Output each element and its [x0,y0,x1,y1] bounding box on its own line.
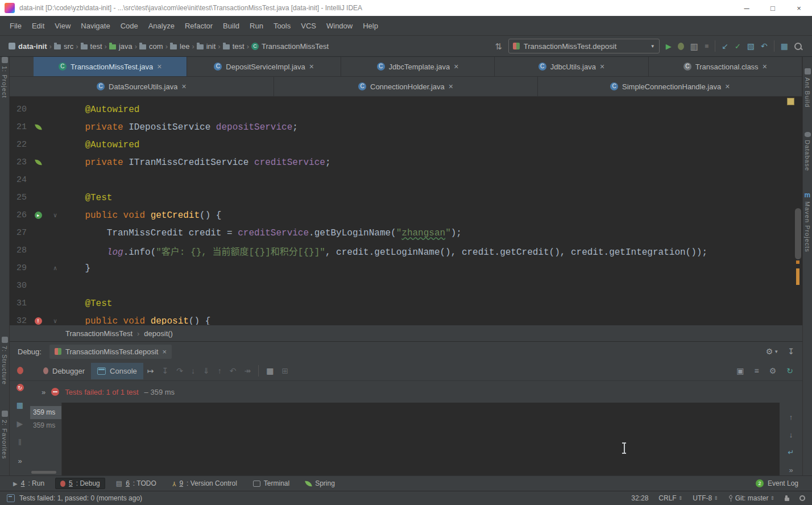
menu-analyze[interactable]: Analyze [143,22,180,30]
tab-TransactionMissTest.java[interactable]: TransactionMissTest.java× [34,57,187,76]
step-into-icon[interactable]: ↓ [187,366,199,375]
failed-test-icon[interactable] [35,317,42,325]
grid-button[interactable]: ▦ [781,42,788,50]
menu-vcs[interactable]: VCS [296,22,321,30]
soft-wrap-icon[interactable]: ↵ [788,448,794,457]
close-tab-icon[interactable]: × [309,62,314,71]
toolwindow-button-database[interactable]: Database [803,132,812,171]
maximize-button[interactable]: □ [760,0,786,16]
run-to-cursor-icon[interactable]: ↠ [240,366,255,375]
close-session-icon[interactable]: × [162,347,167,356]
encoding-selector[interactable]: UTF-8⇕ [693,494,718,502]
toolwindow-button-run[interactable]: 4: Run [8,478,49,489]
search-everywhere-icon[interactable] [794,43,802,50]
breadcrumb-method[interactable]: deposit() [144,329,173,338]
tab-JdbcTemplate.java[interactable]: JdbcTemplate.java× [341,57,495,76]
console-settings-icon[interactable]: ⚙ [769,366,777,375]
breadcrumb-item-com[interactable]: com [138,42,165,51]
warning-stripe-mark[interactable] [796,260,799,264]
tab-ConnectionHolder.java[interactable]: ConnectionHolder.java× [274,77,538,96]
caret-position[interactable]: 32:28 [631,494,648,502]
close-tab-icon[interactable]: × [454,62,458,71]
tab-SimpleConnectionHandle.java[interactable]: SimpleConnectionHandle.java× [538,77,802,96]
show-execution-point-icon[interactable]: ↧ [158,366,173,375]
tab-console[interactable]: Console [91,363,143,379]
test-tree[interactable]: 359 ms359 ms [30,403,61,475]
debug-button[interactable] [678,43,684,50]
tab-DataSourceUtils.java[interactable]: DataSourceUtils.java× [10,77,274,96]
toolbar-updown-icon[interactable]: ⇅ [495,42,502,51]
hide-panel-icon[interactable]: ↧ [788,347,794,356]
breadcrumb-item-java[interactable]: java [107,42,134,51]
test-duration[interactable]: 359 ms [30,419,61,432]
spring-bean-icon[interactable] [35,159,42,165]
breadcrumb-item-test[interactable]: test [221,42,246,51]
close-tab-icon[interactable]: × [181,82,186,91]
git-branch-selector[interactable]: Git: master⇕ [728,494,774,502]
run-configuration-select[interactable]: TransactionMissTest.deposit ▼ [508,39,660,53]
menu-help[interactable]: Help [358,22,383,30]
breadcrumb-item-lee[interactable]: lee [168,42,191,51]
warning-stripe-mark[interactable] [796,268,799,285]
diff-button[interactable]: ▧ [747,42,755,50]
toolwindow-button-structure[interactable]: 7: Structure [0,337,9,385]
close-tab-icon[interactable]: × [763,62,767,71]
stop-button[interactable]: ■ [705,43,709,49]
spring-bean-icon[interactable] [35,123,42,130]
tab-DepositServiceImpl.java[interactable]: DepositServiceImpl.java× [187,57,341,76]
console-output[interactable] [61,403,780,475]
toolwindow-button-favorites[interactable]: 2: Favorites [0,411,9,459]
scroll-down-icon[interactable]: ↓ [789,431,793,439]
toolwindow-button-todo[interactable]: 6: TODO [111,478,161,489]
update-project-button[interactable]: ↙ [722,42,728,50]
menu-navigate[interactable]: Navigate [76,22,115,30]
tab-JdbcUtils.java[interactable]: JdbcUtils.java× [495,57,648,76]
drop-frame-icon[interactable]: ↶ [226,366,241,375]
close-tab-icon[interactable]: × [157,62,161,71]
breadcrumb-class[interactable]: TransactionMissTest [65,329,132,338]
fold-marker[interactable]: ∨ [47,212,63,219]
menu-edit[interactable]: Edit [27,22,49,30]
rerun-failed-tests-icon[interactable] [16,384,24,391]
breadcrumb-item-test[interactable]: test [79,42,104,51]
close-tab-icon[interactable]: × [600,62,604,71]
breadcrumb-item-init[interactable]: init [195,42,218,51]
test-options-icon[interactable]: ▦ [16,401,23,409]
rerun-debug-icon[interactable] [17,367,23,374]
menu-view[interactable]: View [49,22,76,30]
close-button[interactable]: × [786,0,812,16]
mute-breakpoints-icon[interactable]: ⊞ [277,366,292,375]
run-test-icon[interactable] [35,212,42,219]
toolwindow-button-debug[interactable]: 5: Debug [55,478,105,489]
scroll-up-icon[interactable]: ↑ [789,413,793,421]
history-icon[interactable]: ↻ [786,366,793,375]
chevrons-icon[interactable]: » [789,466,793,474]
chevrons-icon[interactable]: » [18,457,22,465]
toolwindow-button-eventlog[interactable]: 2 Event Log [756,479,804,487]
run-button[interactable]: ▶ [666,43,672,50]
menu-run[interactable]: Run [245,22,268,30]
menu-tools[interactable]: Tools [268,22,296,30]
float-mode-icon[interactable]: ▣ [736,366,744,375]
tab-Transactional.class[interactable]: Transactional.class× [649,57,802,76]
close-tab-icon[interactable]: × [725,82,730,91]
toolwindow-button-maven[interactable]: Maven Projects [803,192,812,252]
pause-icon[interactable]: ‖ [14,438,26,447]
restore-layout-icon[interactable]: ≡ [755,366,759,375]
menu-code[interactable]: Code [115,22,143,30]
menu-refactor[interactable]: Refactor [180,22,218,30]
breadcrumb-item-TransactionMissTest[interactable]: TransactionMissTest [250,42,330,51]
settings-gear-icon[interactable]: ⚙▼ [766,347,778,356]
toolwindow-button-terminal[interactable]: Terminal [248,478,295,489]
menu-window[interactable]: Window [321,22,358,30]
chevrons-icon[interactable]: » [42,388,45,396]
view-breakpoints-icon[interactable]: ▦ [262,366,277,375]
breadcrumb-item-data-init[interactable]: data-init [7,42,49,51]
toolwindow-button-antbuild[interactable]: Ant Build [803,68,812,107]
toolwindow-button-versioncontrol[interactable]: 9: Version Control [167,478,242,489]
resume-icon[interactable]: ▶ [13,419,27,428]
test-duration[interactable]: 359 ms [30,406,61,419]
step-over-icon[interactable]: ↷ [172,366,187,375]
force-step-into-icon[interactable]: ⇓ [199,366,214,375]
menu-build[interactable]: Build [218,22,245,30]
